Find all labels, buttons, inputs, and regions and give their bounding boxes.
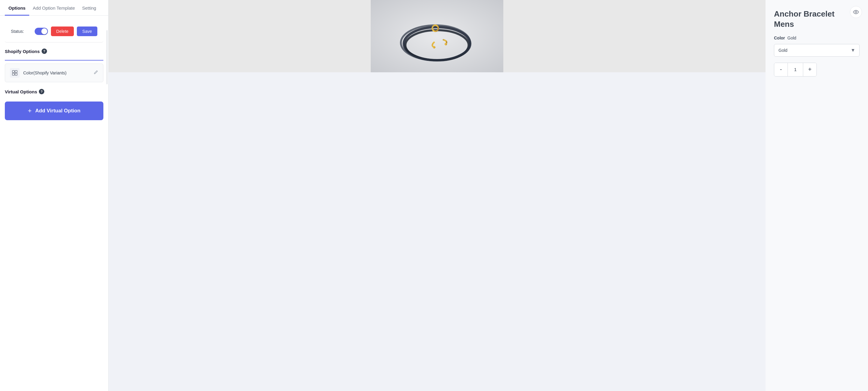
tabs-bar: Options Add Option Template Setting	[0, 0, 108, 16]
middle-panel	[108, 0, 766, 391]
color-dropdown-wrapper: Gold Silver Black ▼	[774, 44, 860, 57]
color-selected-value: Gold	[787, 36, 797, 40]
shopify-options-title: Shopify Options ?	[5, 48, 103, 54]
color-row: Color Gold	[774, 36, 860, 40]
shopify-options-help-icon[interactable]: ?	[41, 48, 47, 54]
tab-setting[interactable]: Setting	[79, 0, 100, 16]
svg-rect-2	[12, 73, 14, 75]
scroll-indicator	[106, 30, 107, 84]
svg-rect-0	[12, 70, 14, 73]
right-panel: Anchor Bracelet Mens Color Gold Gold Sil…	[766, 0, 868, 391]
left-panel: Options Add Option Template Setting Stat…	[0, 0, 108, 391]
color-option-item: Color(Shopify Variants)	[5, 64, 103, 82]
virtual-options-title: Virtual Options ?	[5, 89, 103, 94]
app-container: Options Add Option Template Setting Stat…	[0, 0, 868, 391]
quantity-row: - 1 +	[774, 63, 817, 76]
virtual-options-section: Virtual Options ?	[0, 85, 108, 101]
tab-options[interactable]: Options	[5, 0, 29, 16]
product-title: Anchor Bracelet Mens	[774, 9, 860, 30]
plus-icon: +	[28, 107, 32, 115]
eye-icon	[853, 9, 859, 15]
save-button[interactable]: Save	[77, 27, 97, 36]
shopify-options-section: Shopify Options ?	[0, 42, 108, 60]
status-toggle[interactable]	[35, 28, 48, 35]
add-virtual-option-button[interactable]: + Add Virtual Option	[5, 101, 103, 120]
product-image-container	[108, 0, 766, 72]
svg-rect-3	[15, 73, 17, 75]
option-label: Color(Shopify Variants)	[23, 70, 90, 75]
virtual-options-help-icon[interactable]: ?	[39, 89, 44, 94]
quantity-value: 1	[788, 63, 803, 76]
status-label: Status:	[11, 29, 24, 34]
edit-icon[interactable]	[93, 70, 98, 76]
middle-bottom-area	[108, 72, 766, 391]
option-icon	[10, 68, 20, 78]
tab-add-option-template[interactable]: Add Option Template	[29, 0, 79, 16]
eye-button[interactable]	[850, 6, 862, 18]
quantity-decrease-button[interactable]: -	[774, 63, 787, 76]
color-dropdown[interactable]: Gold Silver Black	[774, 44, 860, 57]
product-image	[108, 0, 766, 72]
color-label: Color	[774, 36, 785, 40]
status-row: Status: Delete Save	[5, 21, 103, 42]
status-controls: Delete Save	[35, 27, 97, 36]
svg-point-14	[855, 11, 857, 13]
quantity-increase-button[interactable]: +	[803, 63, 816, 76]
add-virtual-option-label: Add Virtual Option	[35, 108, 81, 114]
svg-rect-1	[15, 70, 17, 73]
delete-button[interactable]: Delete	[51, 27, 74, 36]
shopify-options-divider	[5, 60, 103, 61]
